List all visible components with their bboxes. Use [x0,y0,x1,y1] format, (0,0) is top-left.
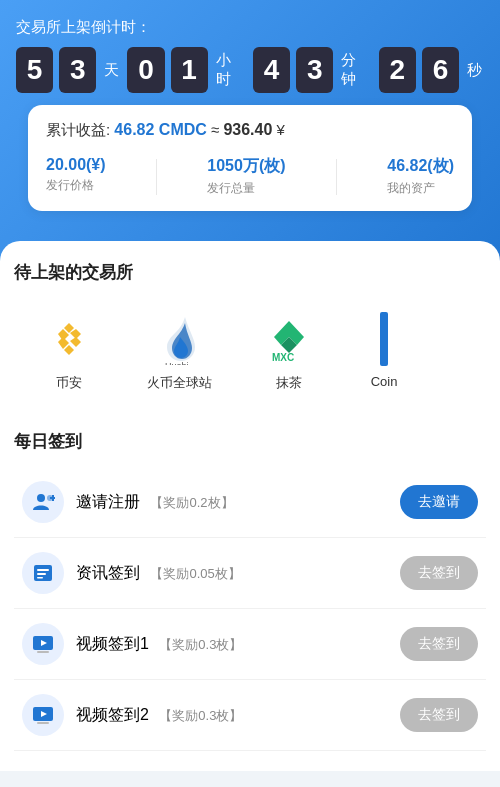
exchange-name-mxc: 抹茶 [276,374,302,392]
stat-my-assets-label: 我的资产 [387,180,435,197]
svg-rect-23 [37,722,49,724]
hours-digit-1: 0 [127,47,164,93]
secs-digit-1: 2 [379,47,416,93]
countdown-row: 5 3 天 0 1 小时 4 3 分钟 2 6 秒 [16,47,484,93]
checkin-info-video1: 视频签到1 【奖励0.3枚】 [76,634,388,655]
checkin-icon-video1 [22,623,64,665]
svg-point-10 [37,494,45,502]
countdown-label: 交易所上架倒计时： [16,18,484,37]
days-digit-2: 3 [59,47,96,93]
video2-checkin-button[interactable]: 去签到 [400,698,478,732]
mxc-logo: MXC [262,312,316,366]
checkin-name-video1: 视频签到1 [76,635,149,652]
exchange-item-huobi[interactable]: Huobi 火币全球站 [124,298,234,406]
header-section: 交易所上架倒计时： 5 3 天 0 1 小时 4 3 分钟 2 6 秒 累计收益… [0,0,500,271]
news-icon [31,561,55,585]
checkin-list: 邀请注册 【奖励0.2枚】 去邀请 资讯签到 【奖励0.05枚】 去签到 [14,467,486,751]
huobi-logo: Huobi [152,312,206,366]
svg-rect-15 [37,569,49,571]
checkin-reward-news: 【奖励0.05枚】 [150,566,240,581]
checkin-reward-invite: 【奖励0.2枚】 [150,495,233,510]
checkin-reward-video2: 【奖励0.3枚】 [159,708,242,723]
exchange-name-coin: Coin [371,374,398,389]
earnings-main: 累计收益: 46.82 CMDC ≈ 936.40 ¥ [46,121,454,140]
checkin-item-news: 资讯签到 【奖励0.05枚】 去签到 [14,538,486,609]
invite-icon [31,490,55,514]
mins-digit-1: 4 [253,47,290,93]
checkin-section-title: 每日签到 [14,430,486,453]
checkin-name-invite: 邀请注册 [76,493,140,510]
checkin-reward-video1: 【奖励0.3枚】 [159,637,242,652]
svg-text:MXC: MXC [272,352,294,361]
exchange-item-mxc[interactable]: MXC 抹茶 [234,298,344,406]
video-icon-2 [31,703,55,727]
exchange-name-huobi: 火币全球站 [147,374,212,392]
stat-my-assets-value: 46.82(枚) [387,156,454,177]
main-content: 待上架的交易所 币安 [0,241,500,771]
exchanges-section-title: 待上架的交易所 [14,261,486,284]
binance-logo [42,312,96,366]
days-label: 天 [104,61,119,80]
stats-row: 20.00(¥) 发行价格 1050万(枚) 发行总量 46.82(枚) 我的资… [46,156,454,197]
mxc-icon: MXC [262,317,316,361]
svg-rect-16 [37,573,46,575]
checkin-item-video2: 视频签到2 【奖励0.3枚】 去签到 [14,680,486,751]
checkin-item-invite: 邀请注册 【奖励0.2枚】 去邀请 [14,467,486,538]
stat-issue-price-value: 20.00(¥) [46,156,106,174]
hours-digit-2: 1 [171,47,208,93]
svg-marker-4 [70,337,81,347]
earnings-cmdc: 46.82 CMDC [114,121,206,138]
checkin-icon-video2 [22,694,64,736]
mins-digit-2: 3 [296,47,333,93]
stat-divider-1 [156,159,157,195]
exchange-item-binance[interactable]: 币安 [14,298,124,406]
exchange-item-coin[interactable]: Coin [344,298,424,406]
approx-symbol: ≈ [211,121,219,138]
checkin-info-video2: 视频签到2 【奖励0.3枚】 [76,705,388,726]
checkin-item-video1: 视频签到1 【奖励0.3枚】 去签到 [14,609,486,680]
stat-total-supply-label: 发行总量 [207,180,255,197]
mins-label: 分钟 [341,51,370,89]
checkin-name-news: 资讯签到 [76,564,140,581]
svg-text:Huobi: Huobi [165,361,189,365]
stat-divider-2 [336,159,337,195]
video1-checkin-button[interactable]: 去签到 [400,627,478,661]
stat-issue-price: 20.00(¥) 发行价格 [46,156,106,194]
checkin-icon-invite [22,481,64,523]
coin-bar-icon [380,312,388,366]
coin-logo [357,312,411,366]
huobi-icon: Huobi [155,313,203,365]
earnings-label: 累计收益: [46,121,110,138]
checkin-name-video2: 视频签到2 [76,706,149,723]
secs-label: 秒 [467,61,482,80]
stat-my-assets: 46.82(枚) 我的资产 [387,156,454,197]
checkin-info-invite: 邀请注册 【奖励0.2枚】 [76,492,388,513]
checkin-info-news: 资讯签到 【奖励0.05枚】 [76,563,388,584]
svg-rect-20 [37,651,49,653]
secs-digit-2: 6 [422,47,459,93]
invite-button[interactable]: 去邀请 [400,485,478,519]
svg-rect-17 [37,577,43,579]
checkin-icon-news [22,552,64,594]
currency-symbol: ¥ [277,121,285,138]
stat-total-supply-value: 1050万(枚) [207,156,285,177]
hours-label: 小时 [216,51,245,89]
exchange-name-binance: 币安 [56,374,82,392]
stat-total-supply: 1050万(枚) 发行总量 [207,156,285,197]
earnings-card: 累计收益: 46.82 CMDC ≈ 936.40 ¥ 20.00(¥) 发行价… [28,105,472,211]
stat-issue-price-label: 发行价格 [46,177,94,194]
days-digit-1: 5 [16,47,53,93]
news-checkin-button[interactable]: 去签到 [400,556,478,590]
earnings-rmb: 936.40 [223,121,272,138]
binance-icon [45,315,93,363]
video-icon-1 [31,632,55,656]
exchange-list: 币安 Huobi 火币全球站 MXC [14,298,486,406]
